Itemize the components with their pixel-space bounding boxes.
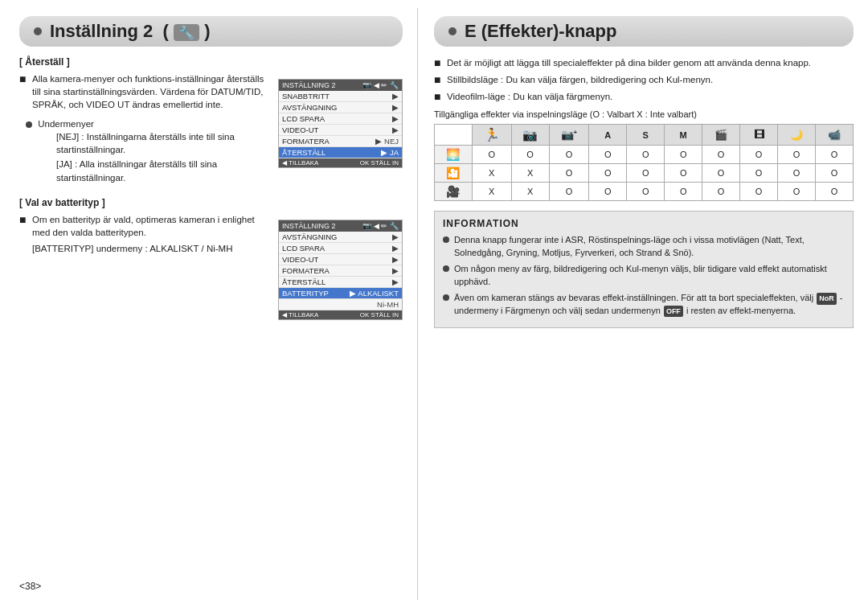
- menu2-row3: VIDEO-UT▶: [279, 254, 402, 265]
- th-night: 🌙: [778, 125, 816, 146]
- info-bullet3-text: Även om kameran stängs av bevaras effekt…: [454, 292, 845, 317]
- row1-col6: O: [665, 146, 702, 164]
- right-bullet3: ■ Videofilm-läge : Du kan välja färgmeny…: [434, 90, 854, 104]
- row1-col3: O: [549, 146, 589, 164]
- row2-col4: O: [589, 164, 627, 183]
- sub-label: Undermenyer: [26, 119, 270, 129]
- sub1: [NEJ] : Inställningarna återställs inte …: [56, 130, 270, 156]
- menu1-row1: SNABBTRITT▶: [279, 91, 402, 102]
- header-dot: [34, 27, 42, 35]
- row1-col1: O: [472, 146, 511, 164]
- page-number: <38>: [19, 581, 41, 592]
- row2-col5: O: [627, 164, 665, 183]
- row2-col1: X: [472, 164, 511, 183]
- row3-col9: O: [778, 183, 816, 201]
- effects-table: 🏃 📷 📷+ A S M 🎬 🎞 🌙 📹 🌅 O O O: [434, 124, 854, 201]
- menu1-icons: 📷 ◀ ✏ 🔧: [362, 81, 399, 89]
- information-box: INFORMATION Denna knapp fungerar inte i …: [434, 211, 854, 328]
- info-bull3-icon: [443, 294, 449, 301]
- row2-col2: X: [511, 164, 549, 183]
- row3-col5: O: [627, 183, 665, 201]
- left-column: Inställning 2 ( 🔧 ) [ Återställ ] ■ Alla…: [0, 8, 418, 600]
- right-column: E (Effekter)-knapp ■ Det är möjligt att …: [418, 8, 868, 600]
- table-row-1: 🌅 O O O O O O O O O O: [435, 146, 854, 164]
- menu2-row6: BATTERITYP▶ ALKALISKT: [279, 288, 402, 299]
- th-video1: 🎬: [702, 125, 740, 146]
- menu2-row4: FORMATERA▶: [279, 265, 402, 277]
- left-section-header: Inställning 2 ( 🔧 ): [19, 16, 403, 47]
- section2-bullet1: ■ Om en batterityp är vald, optimeras ka…: [19, 213, 270, 239]
- info-bullet2: Om någon meny av färg, bildredigering oc…: [443, 263, 845, 288]
- row2-col9: O: [778, 164, 816, 183]
- th-m: M: [665, 125, 702, 146]
- info-bullet3: Även om kameran stängs av bevaras effekt…: [443, 292, 845, 317]
- th-empty: [435, 125, 473, 146]
- section2-title: [ Val av batterityp ]: [19, 197, 403, 208]
- menu1-row4: VIDEO-UT▶: [279, 125, 402, 136]
- info-bullet1: Denna knapp fungerar inte i ASR, Röstins…: [443, 234, 845, 259]
- right-bullet2: ■ Stillbildsläge : Du kan välja färgen, …: [434, 73, 854, 87]
- page: Inställning 2 ( 🔧 ) [ Återställ ] ■ Alla…: [0, 0, 868, 600]
- sub2: [JA] : Alla inställningar återställs til…: [56, 158, 270, 183]
- table-row-3: 🎥 X X O O O O O O O O: [435, 183, 854, 201]
- row3-col7: O: [702, 183, 740, 201]
- row3-icon: 🎥: [435, 183, 473, 201]
- row2-icon: 🎦: [435, 164, 473, 183]
- row1-col9: O: [778, 146, 816, 164]
- th-cam2: 📷+: [549, 125, 589, 146]
- menu2-icons: 📷 ◀ ✏ 🔧: [362, 222, 399, 230]
- menu1-row2: AVSTÄNGNING▶: [279, 102, 402, 113]
- menu2-header: INSTÄLLNING 2 📷 ◀ ✏ 🔧: [279, 220, 402, 232]
- row2-col6: O: [665, 164, 702, 183]
- row1-col10: O: [816, 146, 854, 164]
- right-bull1: ■: [434, 56, 442, 70]
- row1-col2: O: [511, 146, 549, 164]
- row3-col1: X: [472, 183, 511, 201]
- info-bull1-icon: [443, 236, 449, 243]
- row3-col4: O: [589, 183, 627, 201]
- menu2-title: INSTÄLLNING 2: [282, 222, 336, 230]
- info-bull2-icon: [443, 265, 449, 272]
- section1-sub: Undermenyer [NEJ] : Inställningarna åter…: [26, 119, 270, 183]
- right-bull2: ■: [434, 73, 442, 87]
- section1-title: [ Återställ ]: [19, 56, 403, 68]
- row3-col10: O: [816, 183, 854, 201]
- menu2-row1: AVSTÄNGNING▶: [279, 232, 402, 243]
- right-title: E (Effekter)-knapp: [465, 21, 616, 42]
- th-auto: 🏃: [472, 125, 511, 146]
- row3-col8: O: [740, 183, 778, 201]
- row1-col4: O: [589, 146, 627, 164]
- table-header-row: 🏃 📷 📷+ A S M 🎬 🎞 🌙 📹: [435, 125, 854, 146]
- right-section-header: E (Effekter)-knapp: [434, 16, 854, 47]
- row3-col6: O: [665, 183, 702, 201]
- row2-col10: O: [816, 164, 854, 183]
- row1-col7: O: [702, 146, 740, 164]
- row2-col3: O: [549, 164, 589, 183]
- th-a: A: [589, 125, 627, 146]
- th-cam1: 📷: [511, 125, 549, 146]
- section1-bullet1: ■ Alla kamera-menyer och funktions-instä…: [19, 72, 270, 111]
- menu2-footer: ◀ TILLBAKAOK STÄLL IN: [279, 310, 402, 319]
- row2-col7: O: [702, 164, 740, 183]
- menu1-row6: ÅTERSTÄLL▶ JA: [279, 147, 402, 158]
- menu1: INSTÄLLNING 2 📷 ◀ ✏ 🔧 SNABBTRITT▶ AVSTÄN…: [278, 72, 403, 186]
- bullet-icon2: ■: [19, 213, 27, 227]
- table-row-2: 🎦 X X O O O O O O O O: [435, 164, 854, 183]
- menu2-row2: LCD SPARA▶: [279, 243, 402, 254]
- row1-col5: O: [627, 146, 665, 164]
- bullet-icon: ■: [19, 72, 27, 86]
- section2-bullet2: [BATTERITYP] undermeny : ALKALISKT / Ni-…: [19, 242, 270, 255]
- menu2-row7: Ni-MH: [279, 299, 402, 310]
- right-header-dot: [448, 27, 457, 35]
- menu2-row5: ÅTERSTÄLL▶: [279, 277, 402, 288]
- right-bullet1: ■ Det är möjligt att lägga till speciale…: [434, 56, 854, 70]
- menu1-header: INSTÄLLNING 2 📷 ◀ ✏ 🔧: [279, 80, 402, 91]
- right-bull3: ■: [434, 90, 442, 104]
- info-header: INFORMATION: [443, 218, 845, 229]
- left-title: Inställning 2 ( 🔧 ): [50, 21, 210, 42]
- th-movie: 📹: [816, 125, 854, 146]
- menu1-row5: FORMATERA▶ NEJ: [279, 136, 402, 147]
- row1-col8: O: [740, 146, 778, 164]
- menu1-row3: LCD SPARA▶: [279, 113, 402, 125]
- nor-badge: NoR: [817, 293, 837, 305]
